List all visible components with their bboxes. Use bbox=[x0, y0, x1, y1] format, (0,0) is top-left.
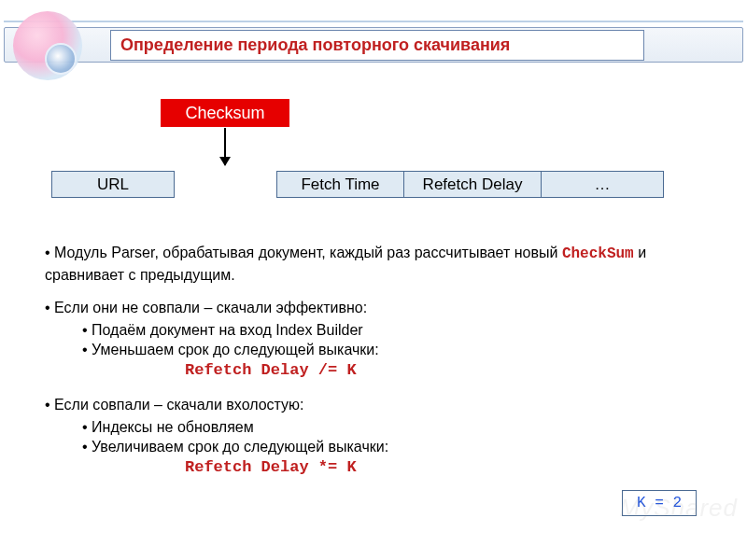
bullet-2-text: Если они не совпали – скачали эффективно… bbox=[54, 300, 367, 315]
formula-multiply: Refetch Delay *= K bbox=[185, 457, 702, 479]
bullet-1: Модуль Parser, обрабатывая документ, каж… bbox=[45, 243, 702, 285]
formula-divide: Refetch Delay /= K bbox=[185, 360, 702, 382]
column-fetch-time: Fetch Time bbox=[276, 171, 404, 198]
bullet-1-code: CheckSum bbox=[562, 245, 634, 262]
bullet-3: Если совпали – скачали вхолостую: Индекс… bbox=[45, 395, 702, 479]
column-url: URL bbox=[51, 171, 175, 198]
k-constant-label: K = 2 bbox=[637, 495, 682, 511]
column-url-label: URL bbox=[97, 175, 129, 194]
bullet-1-pre: Модуль Parser, обрабатывая документ, каж… bbox=[54, 245, 562, 260]
top-divider bbox=[4, 21, 743, 22]
column-refetch-delay-label: Refetch Delay bbox=[423, 175, 523, 194]
column-fetch-time-label: Fetch Time bbox=[301, 175, 379, 194]
bullet-3-sub1: Индексы не обновляем bbox=[82, 417, 702, 438]
slide-title: Определение периода повторного скачивани… bbox=[120, 35, 510, 55]
bullet-3-sub2: Увеличиваем срок до следующей выкачки: bbox=[82, 437, 702, 457]
column-ellipsis-label: … bbox=[595, 175, 611, 194]
globe-icon bbox=[13, 11, 82, 80]
column-ellipsis: … bbox=[541, 171, 664, 198]
slide-title-box: Определение периода повторного скачивани… bbox=[110, 30, 644, 61]
column-refetch-delay: Refetch Delay bbox=[403, 171, 542, 198]
arrow-down-icon bbox=[224, 128, 226, 165]
checksum-box: Checksum bbox=[161, 99, 289, 127]
bullet-2-sub2: Уменьшаем срок до следующей выкачки: bbox=[82, 340, 702, 360]
body-text: Модуль Parser, обрабатывая документ, каж… bbox=[45, 243, 702, 492]
bullet-3-text: Если совпали – скачали вхолостую: bbox=[54, 397, 304, 413]
checksum-label: Checksum bbox=[185, 104, 264, 123]
bullet-2-sub1: Подаём документ на вход Index Builder bbox=[82, 320, 702, 341]
k-constant-box: K = 2 bbox=[622, 490, 697, 516]
bullet-2: Если они не совпали – скачали эффективно… bbox=[45, 298, 702, 382]
